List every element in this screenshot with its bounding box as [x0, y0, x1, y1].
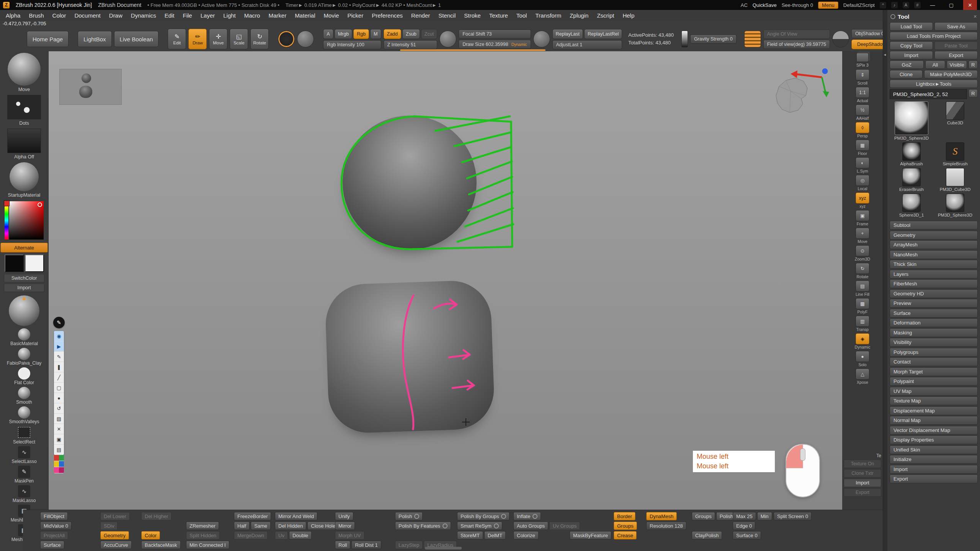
- subpalette-layers[interactable]: Layers: [890, 270, 978, 279]
- texture-button-import[interactable]: Import: [844, 479, 881, 487]
- bottom-button-polish-by-groups[interactable]: Polish By Groups: [457, 512, 510, 520]
- bottom-button-surface[interactable]: Surface: [40, 541, 64, 549]
- subpalette-vector-displacement-map[interactable]: Vector Displacement Map: [890, 426, 978, 435]
- annotation-tool-eye-tool[interactable]: ◉: [54, 331, 64, 341]
- main-color-swatch[interactable]: [5, 254, 24, 272]
- menu-toggle-button[interactable]: Menu: [818, 2, 838, 9]
- bottom-button-mergedown[interactable]: MergeDown: [234, 531, 268, 540]
- replay-last-button[interactable]: ReplayLast: [552, 29, 583, 39]
- bottom-button-border[interactable]: Border: [614, 512, 635, 520]
- bottom-button-edge-0[interactable]: Edge 0: [733, 522, 755, 530]
- subpalette-unified-skin[interactable]: Unified Skin: [890, 445, 978, 454]
- lightbox-tools-button[interactable]: Lightbox►Tools: [890, 80, 978, 88]
- bottom-button-midvalue-0[interactable]: MidValue 0: [40, 522, 72, 530]
- collapse-arrow-icon[interactable]: ◄: [883, 53, 887, 57]
- toggle-dot-icon[interactable]: [501, 514, 506, 519]
- tool-inventory-item-alphabrush[interactable]: AlphaBrush: [890, 142, 933, 166]
- switch-color-button[interactable]: SwitchColor: [4, 274, 44, 282]
- subpalette-geometry-hd[interactable]: Geometry HD: [890, 289, 978, 298]
- menu-item-movie[interactable]: Movie: [319, 10, 343, 21]
- shelf-icon-transp[interactable]: ▥ Transp: [856, 316, 869, 332]
- draw-mode-button[interactable]: ✏ Draw: [188, 29, 207, 49]
- shelf-icon-frame[interactable]: ▣ Frame: [856, 210, 869, 226]
- rotate-mode-button[interactable]: ↻ Rotate: [250, 29, 269, 49]
- quick-pick-maskpen[interactable]: MaskPen: [15, 466, 34, 484]
- maximize-button[interactable]: ▢: [944, 0, 958, 10]
- clone-button[interactable]: Clone: [890, 70, 923, 78]
- angle-of-view-slider[interactable]: Angle Of View: [763, 29, 830, 39]
- bottom-button-uv[interactable]: Uv: [275, 531, 288, 540]
- dynamesh-model[interactable]: [324, 280, 495, 434]
- toggle-dot-icon[interactable]: [494, 523, 499, 528]
- subpalette-normal-map[interactable]: Normal Map: [890, 416, 978, 425]
- subpalette-initialize[interactable]: Initialize: [890, 455, 978, 464]
- subpalette-fibermesh[interactable]: FiberMesh: [890, 279, 978, 288]
- lightbox-button[interactable]: LightBox: [78, 31, 111, 47]
- shelf-icon-zoom3d[interactable]: ⊙ Zoom3D: [855, 245, 870, 261]
- annotation-tool-whiteboard-tool[interactable]: ▤: [54, 445, 64, 455]
- bottom-button-color[interactable]: Color: [141, 531, 160, 540]
- shelf-icon-scroll[interactable]: ⇕ Scroll: [856, 69, 869, 85]
- quick-pick-flat-color[interactable]: Flat Color: [14, 367, 34, 385]
- bottom-button-claypolish[interactable]: ClayPolish: [692, 531, 722, 540]
- secondary-color-swatch[interactable]: [25, 254, 44, 272]
- subpalette-masking[interactable]: Masking: [890, 328, 978, 337]
- annotation-tool-shape-tool[interactable]: ▢: [54, 383, 64, 393]
- shelf-icon-floor[interactable]: ▦ Floor: [856, 140, 869, 156]
- bottom-button-backfacemask[interactable]: BackfaceMask: [141, 541, 181, 549]
- annotation-colors[interactable]: [54, 455, 64, 473]
- gravity-direction-icon[interactable]: [681, 31, 688, 47]
- annotation-tool-erase-tool[interactable]: ▨: [54, 414, 64, 424]
- rgb-button[interactable]: Rgb: [353, 29, 369, 39]
- dynamic-badge[interactable]: Dynamic: [511, 42, 527, 47]
- subpalette-deformation[interactable]: Deformation: [890, 318, 978, 327]
- bottom-button-mirror[interactable]: Mirror: [335, 522, 355, 530]
- gravity-strength-slider[interactable]: Gravity Strength 0: [690, 34, 737, 44]
- menu-item-file[interactable]: File: [179, 10, 196, 21]
- focal-shift-slider[interactable]: Focal Shift 73: [459, 29, 531, 39]
- z-intensity-slider[interactable]: Z Intensity 51: [384, 40, 438, 49]
- current-alpha-thumbnail[interactable]: [7, 129, 41, 153]
- obj-shadow-slider[interactable]: ObjShadow 0.3: [851, 29, 883, 38]
- sphere-model[interactable]: [343, 116, 477, 249]
- material-preview-sphere[interactable]: [9, 295, 39, 326]
- menu-item-render[interactable]: Render: [407, 10, 434, 21]
- bottom-button-crease[interactable]: Crease: [614, 531, 637, 540]
- quick-pick-smooth[interactable]: Smooth: [16, 387, 32, 405]
- edit-mode-button[interactable]: ✎ Edit: [168, 29, 186, 49]
- menu-item-macro[interactable]: Macro: [240, 10, 265, 21]
- rgb-intensity-slider[interactable]: Rgb Intensity 100: [323, 40, 381, 49]
- bottom-button-zremesher[interactable]: ZRemesher: [186, 522, 219, 530]
- quick-pick-selectrect[interactable]: SelectRect: [13, 426, 35, 445]
- bottom-button-same[interactable]: Same: [251, 522, 271, 530]
- ime-icon[interactable]: A: [903, 2, 909, 8]
- bottom-button-lazystep[interactable]: LazyStep: [395, 541, 423, 549]
- subpalette-thick-skin[interactable]: Thick Skin: [890, 260, 978, 269]
- annotation-tool-size-tool[interactable]: ●: [54, 393, 64, 403]
- bottom-button-del-higher[interactable]: Del Higher: [141, 512, 172, 520]
- deep-shadow-button[interactable]: DeepShadow: [851, 39, 883, 49]
- import-tool-button[interactable]: Import: [890, 51, 933, 59]
- subpalette-contact[interactable]: Contact: [890, 357, 978, 366]
- make-polymesh3d-button[interactable]: Make PolyMesh3D: [924, 70, 978, 78]
- load-tools-from-project-button[interactable]: Load Tools From Project: [890, 32, 978, 40]
- bottom-button-roll[interactable]: Roll: [335, 541, 350, 549]
- copy-tool-button[interactable]: Copy Tool: [890, 41, 933, 50]
- bottom-button-colorize[interactable]: Colorize: [513, 531, 539, 540]
- document-pages-icon[interactable]: [856, 53, 869, 62]
- current-brush-thumbnail[interactable]: [8, 53, 41, 86]
- alternate-button[interactable]: Alternate: [0, 243, 48, 253]
- bottom-button-min-connected-i[interactable]: Min Connected I: [186, 541, 229, 549]
- current-stroke-thumbnail[interactable]: [7, 95, 41, 119]
- goz-r-button[interactable]: R: [969, 60, 978, 69]
- menu-item-texture[interactable]: Texture: [485, 10, 512, 21]
- subpalette-polygroups[interactable]: Polygroups: [890, 348, 978, 357]
- goz-visible-button[interactable]: Visible: [947, 60, 967, 69]
- subpalette-export[interactable]: Export: [890, 474, 978, 483]
- mrgb-button[interactable]: Mrgb: [335, 29, 352, 39]
- bottom-button-geometry[interactable]: Geometry: [100, 531, 129, 540]
- tool-inventory-item-sphere3d-1[interactable]: Sphere3D_1: [890, 194, 933, 217]
- zadd-button[interactable]: Zadd: [384, 29, 402, 39]
- subpalette-surface[interactable]: Surface: [890, 309, 978, 318]
- bottom-button-sdiv[interactable]: SDiv: [100, 522, 118, 530]
